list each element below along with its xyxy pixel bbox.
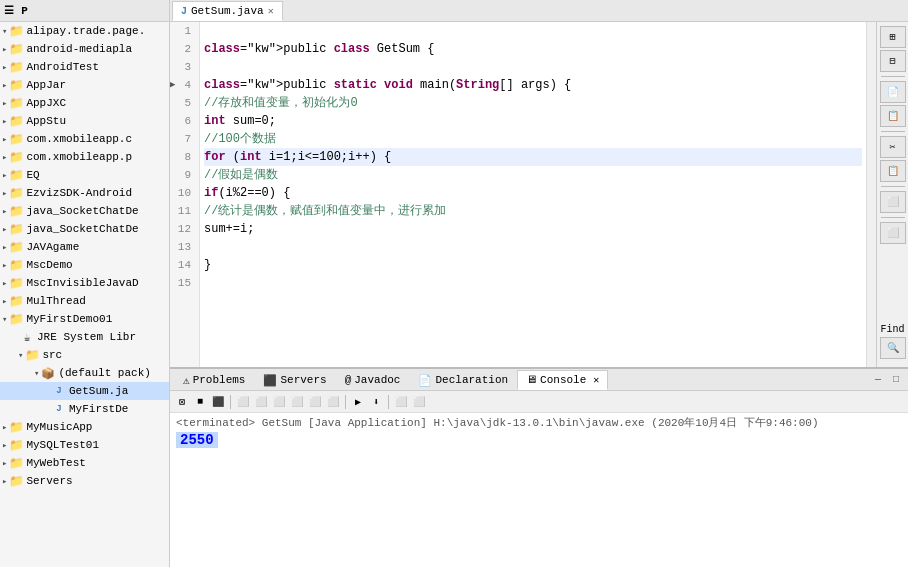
tree-item-src[interactable]: ▾📁src — [0, 346, 169, 364]
tree-item-EQ[interactable]: ▸📁EQ — [0, 166, 169, 184]
tree-label-MySQLTest01: MySQLTest01 — [26, 439, 99, 451]
tree-arrow-comxmobileapp2[interactable]: ▸ — [2, 152, 7, 163]
toolbar-btn-1[interactable]: ⊞ — [880, 26, 906, 48]
tree-item-MySQLTest01[interactable]: ▸📁MySQLTest01 — [0, 436, 169, 454]
console-btn-9[interactable]: ⬜ — [393, 394, 409, 410]
tab-console[interactable]: 🖥 Console ✕ — [517, 370, 608, 390]
toolbar-btn-8[interactable]: ⬜ — [880, 222, 906, 244]
tree-item-MscInvisible[interactable]: ▸📁MscInvisibleJavaD — [0, 274, 169, 292]
line-numbers: 123456789101112131415 — [170, 22, 200, 367]
tree-item-comxmobileapp1[interactable]: ▸📁com.xmobileapp.c — [0, 130, 169, 148]
tree-item-AppJar[interactable]: ▸📁AppJar — [0, 76, 169, 94]
console-btn-10[interactable]: ⬜ — [411, 394, 427, 410]
tree-arrow-AppJXC[interactable]: ▸ — [2, 98, 7, 109]
tree-arrow-src[interactable]: ▾ — [18, 350, 23, 361]
tree-item-MyFirstDe[interactable]: JMyFirstDe — [0, 400, 169, 418]
tree-arrow-MyMusicApp[interactable]: ▸ — [2, 422, 7, 433]
tree-item-alipay[interactable]: ▾📁alipay.trade.page. — [0, 22, 169, 40]
tree-item-comxmobileapp2[interactable]: ▸📁com.xmobileapp.p — [0, 148, 169, 166]
line-num-8: 8 — [170, 148, 195, 166]
line-num-11: 11 — [170, 202, 195, 220]
tree-item-default-pack[interactable]: ▾📦(default pack) — [0, 364, 169, 382]
code-line-3 — [204, 58, 862, 76]
close-console-btn[interactable]: ✕ — [593, 374, 599, 386]
console-btn-2[interactable]: ⬜ — [253, 394, 269, 410]
toolbar-btn-5[interactable]: ✂ — [880, 136, 906, 158]
tree-item-java_Socket1[interactable]: ▸📁java_SocketChatDe — [0, 202, 169, 220]
tree-item-MyWebTest[interactable]: ▸📁MyWebTest — [0, 454, 169, 472]
tree-arrow-AndroidTest[interactable]: ▸ — [2, 62, 7, 73]
tree-arrow-MulThread[interactable]: ▸ — [2, 296, 7, 307]
toolbar-btn-2[interactable]: ⊟ — [880, 50, 906, 72]
tree-icon-MscInvisible: 📁 — [8, 275, 24, 291]
code-content[interactable]: class="kw">public class GetSum { class="… — [200, 22, 866, 367]
tab-declaration[interactable]: 📄 Declaration — [409, 370, 517, 390]
tree-arrow-android-media[interactable]: ▸ — [2, 44, 7, 55]
console-btn-3[interactable]: ⬜ — [271, 394, 287, 410]
console-btn-4[interactable]: ⬜ — [289, 394, 305, 410]
tree-item-android-media[interactable]: ▸📁android-mediapla — [0, 40, 169, 58]
code-line-1 — [204, 22, 862, 40]
editor-tab-getsum[interactable]: J GetSum.java ✕ — [172, 1, 283, 21]
java-file-icon: J — [181, 6, 187, 17]
console-btn-8[interactable]: ⬇ — [368, 394, 384, 410]
tree-arrow-default-pack[interactable]: ▾ — [34, 368, 39, 379]
tree-item-JRE[interactable]: ☕JRE System Libr — [0, 328, 169, 346]
console-stop-button[interactable]: ■ — [192, 394, 208, 410]
toolbar-btn-4[interactable]: 📋 — [880, 105, 906, 127]
tree-arrow-AppStu[interactable]: ▸ — [2, 116, 7, 127]
tree-arrow-AppJar[interactable]: ▸ — [2, 80, 7, 91]
editor-scrollbar[interactable] — [866, 22, 876, 367]
tree-item-GetSum[interactable]: JGetSum.ja — [0, 382, 169, 400]
tree-icon-src: 📁 — [24, 347, 40, 363]
tree-arrow-MySQLTest01[interactable]: ▸ — [2, 440, 7, 451]
maximize-panel-button[interactable]: □ — [888, 372, 904, 388]
tree-item-MyMusicApp[interactable]: ▸📁MyMusicApp — [0, 418, 169, 436]
tree-arrow-MyFirstDemo01[interactable]: ▾ — [2, 314, 7, 325]
tree-item-AppJXC[interactable]: ▸📁AppJXC — [0, 94, 169, 112]
line-num-10: 10 — [170, 184, 195, 202]
tree-arrow-MyWebTest[interactable]: ▸ — [2, 458, 7, 469]
console-btn-7[interactable]: ▶ — [350, 394, 366, 410]
tree-label-MyFirstDemo01: MyFirstDemo01 — [26, 313, 112, 325]
tree-arrow-Servers[interactable]: ▸ — [2, 476, 7, 487]
tree-item-Servers[interactable]: ▸📁Servers — [0, 472, 169, 490]
tree-item-MyFirstDemo01[interactable]: ▾📁MyFirstDemo01 — [0, 310, 169, 328]
tree-item-JAVAgame[interactable]: ▸📁JAVAgame — [0, 238, 169, 256]
tree-item-EzvizSDK[interactable]: ▸📁EzvizSDK-Android — [0, 184, 169, 202]
tree-arrow-EzvizSDK[interactable]: ▸ — [2, 188, 7, 199]
tab-javadoc[interactable]: @ Javadoc — [336, 370, 410, 390]
console-btn-6[interactable]: ⬜ — [325, 394, 341, 410]
toolbar-btn-6[interactable]: 📋 — [880, 160, 906, 182]
console-btn-1[interactable]: ⬜ — [235, 394, 251, 410]
console-btn-5[interactable]: ⬜ — [307, 394, 323, 410]
find-button[interactable]: 🔍 — [880, 337, 906, 359]
tree-icon-MulThread: 📁 — [8, 293, 24, 309]
toolbar-btn-7[interactable]: ⬜ — [880, 191, 906, 213]
console-clear-button[interactable]: ⊠ — [174, 394, 190, 410]
tree-arrow-java_Socket2[interactable]: ▸ — [2, 224, 7, 235]
tree-label-alipay: alipay.trade.page. — [26, 25, 145, 37]
console-terminate-button[interactable]: ⬛ — [210, 394, 226, 410]
tree-arrow-EQ[interactable]: ▸ — [2, 170, 7, 181]
tree-item-AppStu[interactable]: ▸📁AppStu — [0, 112, 169, 130]
line-num-4: 4 — [170, 76, 195, 94]
tree-arrow-MscDemo[interactable]: ▸ — [2, 260, 7, 271]
tab-servers[interactable]: ⬛ Servers — [254, 370, 335, 390]
tree-item-AndroidTest[interactable]: ▸📁AndroidTest — [0, 58, 169, 76]
toolbar-btn-3[interactable]: 📄 — [880, 81, 906, 103]
tree-arrow-JAVAgame[interactable]: ▸ — [2, 242, 7, 253]
tree-label-MulThread: MulThread — [26, 295, 85, 307]
tree-arrow-java_Socket1[interactable]: ▸ — [2, 206, 7, 217]
tree-item-MulThread[interactable]: ▸📁MulThread — [0, 292, 169, 310]
close-tab-button[interactable]: ✕ — [268, 5, 274, 17]
minimize-panel-button[interactable]: — — [870, 372, 886, 388]
tree-arrow-comxmobileapp1[interactable]: ▸ — [2, 134, 7, 145]
code-editor[interactable]: 123456789101112131415 class="kw">public … — [170, 22, 876, 367]
tree-arrow-MscInvisible[interactable]: ▸ — [2, 278, 7, 289]
tree-item-java_Socket2[interactable]: ▸📁java_SocketChatDe — [0, 220, 169, 238]
tab-problems[interactable]: ⚠ Problems — [174, 370, 254, 390]
tree-item-MscDemo[interactable]: ▸📁MscDemo — [0, 256, 169, 274]
tree-icon-android-media: 📁 — [8, 41, 24, 57]
tree-arrow-alipay[interactable]: ▾ — [2, 26, 7, 37]
